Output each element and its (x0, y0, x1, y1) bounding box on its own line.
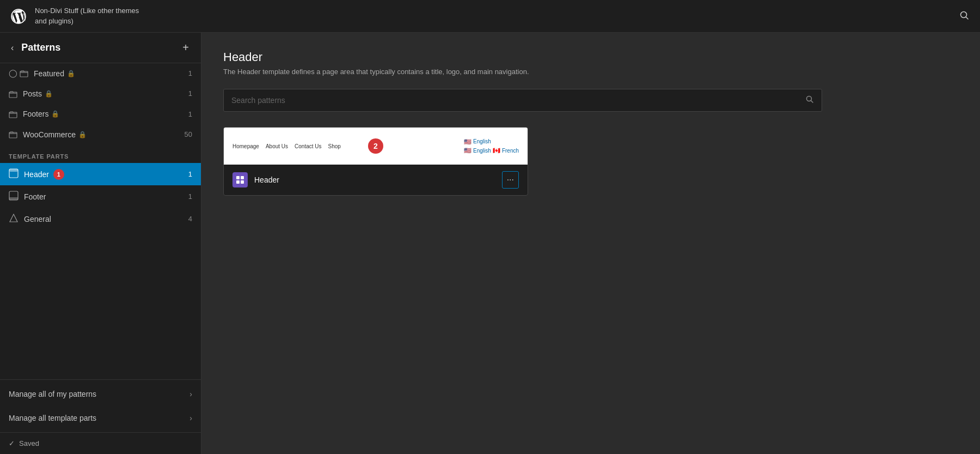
template-icon-general (9, 213, 19, 225)
pattern-preview: Homepage About Us Contact Us Shop 2 🇺🇸 E… (224, 128, 528, 165)
pattern-card: Homepage About Us Contact Us Shop 2 🇺🇸 E… (223, 127, 528, 196)
footer-label: Footer (24, 192, 46, 201)
svg-line-13 (811, 101, 813, 103)
page-title: Header (223, 50, 958, 64)
site-title: Non-Divi Stuff (Like other themes and pl… (35, 6, 957, 26)
svg-rect-8 (9, 169, 18, 172)
woocommerce-count: 50 (185, 130, 192, 138)
svg-line-2 (966, 17, 969, 20)
folder-icon: ◯ (9, 69, 28, 78)
woocommerce-label: WooCommerce (23, 130, 76, 139)
manage-template-parts-label: Manage all template parts (9, 414, 96, 422)
svg-rect-14 (236, 176, 240, 179)
sidebar-item-footer[interactable]: Footer 1 (0, 185, 201, 208)
manage-patterns-link[interactable]: Manage all of my patterns › (0, 382, 201, 406)
sidebar-scroll: ◯ Featured 🔒 1 (0, 63, 201, 379)
svg-rect-16 (236, 180, 240, 184)
sidebar-item-footers[interactable]: Footers 🔒 1 (0, 104, 201, 124)
sidebar: ‹ Patterns + ◯ Featured 🔒 1 (0, 33, 201, 454)
search-input[interactable] (231, 96, 805, 105)
add-pattern-button[interactable]: + (179, 40, 192, 55)
saved-bar: ✓ Saved (0, 432, 201, 454)
lock-icon-posts: 🔒 (45, 90, 53, 98)
svg-rect-15 (241, 176, 244, 179)
flag-fr: 🇨🇦 (493, 146, 500, 155)
template-icon-footer-svg (9, 191, 19, 201)
sidebar-header-left: ‹ Patterns (9, 42, 60, 54)
sidebar-item-posts[interactable]: Posts 🔒 1 (0, 83, 201, 104)
preview-nav-shop: Shop (328, 143, 341, 149)
preview-nav-contact: Contact Us (295, 143, 321, 149)
lock-icon-woo: 🔒 (78, 131, 87, 138)
folder-icon-footers-svg (9, 110, 17, 119)
svg-point-1 (961, 12, 967, 18)
preview-nav-about: About Us (266, 143, 288, 149)
svg-rect-17 (241, 180, 244, 184)
footers-label: Footers (23, 110, 48, 118)
flag-us: 🇺🇸 (464, 137, 471, 147)
header-label: Header (24, 170, 49, 179)
main-layout: ‹ Patterns + ◯ Featured 🔒 1 (0, 33, 980, 454)
search-icon (959, 10, 969, 20)
manage-patterns-label: Manage all of my patterns (9, 390, 96, 398)
folder-icon-woo (9, 130, 17, 139)
folder-icon-posts (9, 89, 17, 98)
svg-rect-10 (9, 197, 18, 200)
chevron-icon-patterns: › (189, 390, 192, 398)
pattern-more-button[interactable]: ··· (502, 171, 519, 189)
preview-lang-en-fr: 🇺🇸 English 🇨🇦 French (464, 146, 519, 155)
header-badge: 1 (53, 169, 64, 180)
folder-icon-posts-svg (9, 90, 17, 99)
preview-nav: Homepage About Us Contact Us Shop (232, 143, 341, 149)
folder-icon-woo-svg (9, 130, 17, 139)
footer-count: 1 (188, 192, 192, 201)
lock-icon: 🔒 (67, 70, 75, 77)
svg-marker-11 (10, 214, 17, 222)
lock-icon-footers: 🔒 (51, 110, 59, 118)
template-icon-header (9, 168, 19, 180)
saved-label: Saved (19, 439, 39, 447)
top-search-button[interactable] (957, 8, 971, 24)
manage-template-parts-link[interactable]: Manage all template parts › (0, 406, 201, 430)
preview-lang-en: 🇺🇸 English (464, 137, 519, 147)
posts-label: Posts (23, 89, 42, 98)
featured-label: Featured (34, 69, 64, 78)
sidebar-item-header[interactable]: Header 1 1 (0, 163, 201, 185)
search-bar (223, 89, 822, 112)
template-icon-header-svg (9, 168, 19, 178)
grid-icon (236, 175, 244, 184)
header-count: 1 (188, 170, 192, 178)
folder-icon-svg (20, 69, 28, 78)
template-icon-general-svg (9, 213, 19, 223)
flag-en: 🇺🇸 (464, 146, 471, 155)
check-icon: ✓ (9, 439, 15, 447)
general-label: General (24, 215, 51, 223)
sidebar-item-featured[interactable]: ◯ Featured 🔒 1 (0, 63, 201, 83)
top-bar: Non-Divi Stuff (Like other themes and pl… (0, 0, 980, 33)
preview-badge: 2 (368, 138, 383, 154)
sidebar-item-woocommerce[interactable]: WooCommerce 🔒 50 (0, 124, 201, 144)
posts-count: 1 (188, 89, 192, 98)
preview-lang: 🇺🇸 English 🇺🇸 English 🇨🇦 French (464, 137, 519, 155)
sidebar-header: ‹ Patterns + (0, 33, 201, 63)
back-button[interactable]: ‹ (9, 42, 16, 54)
sidebar-title: Patterns (21, 42, 60, 53)
pattern-card-footer: Header ··· (224, 165, 528, 195)
footers-count: 1 (188, 110, 192, 118)
main-content: Header The Header template defines a pag… (201, 33, 980, 454)
chevron-icon-template-parts: › (189, 414, 192, 422)
general-count: 4 (188, 215, 192, 223)
page-description: The Header template defines a page area … (223, 68, 958, 76)
template-parts-heading: Template Parts (0, 144, 201, 163)
wordpress-icon (11, 9, 26, 24)
search-icon (805, 95, 814, 104)
search-submit-button[interactable] (805, 95, 814, 106)
folder-icon-footers (9, 110, 17, 119)
featured-count: 1 (188, 69, 192, 77)
template-icon-footer (9, 191, 19, 202)
sidebar-bottom: Manage all of my patterns › Manage all t… (0, 379, 201, 432)
sidebar-item-general[interactable]: General 4 (0, 208, 201, 230)
pattern-card-icon (232, 172, 248, 187)
preview-nav-home: Homepage (232, 143, 259, 149)
pattern-card-name: Header (254, 175, 502, 184)
